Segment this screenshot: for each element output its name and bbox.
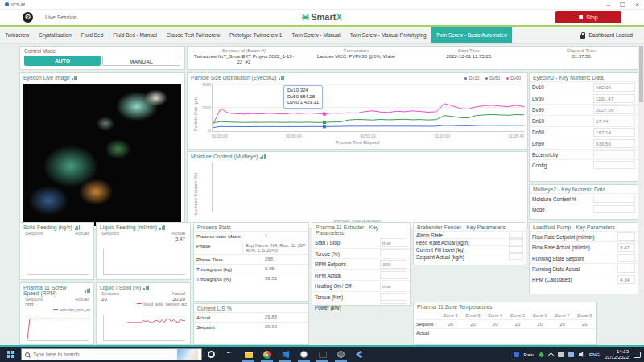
dv90-row: Dv902027.09 bbox=[530, 104, 638, 115]
multieye2-key-data-title: Multieye2 - Key Numeric Data bbox=[530, 185, 638, 193]
logo-text-smart: Smart bbox=[311, 12, 336, 22]
start-button[interactable] bbox=[0, 347, 21, 362]
eyecon2-key-data-panel: Eyecon2 - Key Numeric Data Dv10482.04 Dv… bbox=[529, 72, 638, 182]
screw-speed-chart[interactable] bbox=[27, 315, 89, 341]
tab-crystallisation[interactable]: Crystallisation bbox=[34, 27, 76, 43]
smartx-logo-icon bbox=[302, 13, 309, 23]
flag-icon[interactable] bbox=[221, 347, 239, 362]
setpoint-actual-row: Setpoint Actual (kg/h) bbox=[414, 253, 526, 260]
screw-speed-title: Pharma 11 Screw Speed (RPM) bbox=[23, 285, 83, 296]
throughput-kg-row: Throughput (kg)0.35 bbox=[194, 264, 308, 274]
liquid-feeding-actual: 3.47 bbox=[175, 236, 185, 241]
app-icon bbox=[5, 2, 9, 6]
dn50-row: Dn50167.14 bbox=[530, 126, 638, 138]
solid-feeding-chart[interactable] bbox=[27, 249, 89, 275]
minimize-button[interactable]: – bbox=[606, 1, 609, 9]
scrollbar-thumb[interactable] bbox=[639, 46, 643, 102]
zone-temps-panel: Pharma 11 Zone Temperatures Zone 2Zone 3… bbox=[413, 302, 597, 345]
dv10-legend-icon bbox=[464, 77, 467, 80]
close-button[interactable]: × bbox=[635, 1, 639, 9]
language-indicator[interactable]: ENG bbox=[589, 352, 600, 357]
tab-fluid-bed-manual[interactable]: Fluid Bed - Manual bbox=[108, 27, 162, 43]
torque-pct-row: Torque (%) bbox=[312, 248, 410, 258]
fill-level-row: Current Fill Level (kg) bbox=[414, 245, 526, 253]
hidden-icons-chevron-icon[interactable] bbox=[548, 352, 554, 358]
chrome-icon[interactable] bbox=[258, 347, 276, 362]
running-state-setpoint-row: Running State Setpoint bbox=[530, 253, 638, 263]
psd-chart[interactable]: 4000 2000 0 Dv10 324 Dv50 684.28 Dv90 1,… bbox=[212, 84, 524, 132]
tray-app-icon[interactable] bbox=[558, 352, 564, 357]
tab-twin-screw-manual[interactable]: Twin Screw - Manual bbox=[287, 27, 345, 43]
chart-icon bbox=[72, 76, 78, 80]
vscode-icon[interactable] bbox=[276, 347, 295, 362]
running-state-actual-row: Running State Actual bbox=[530, 263, 638, 274]
lock-icon bbox=[580, 35, 585, 39]
tab-twin-screw-manual-prototyping[interactable]: Twin Screw - Manual Prototyping bbox=[345, 27, 431, 43]
elapsed-time-field: Elapsed Time 01:37:56 bbox=[525, 47, 638, 69]
dashboard-locked-toggle[interactable]: Dashboard Locked bbox=[580, 27, 644, 43]
eyecon-live-image bbox=[23, 84, 181, 226]
stop-square-icon bbox=[579, 15, 583, 19]
heating-row: Heating On / Offtrue bbox=[312, 280, 410, 291]
current-ls-setpoint-row: Setpoint29.90 bbox=[194, 322, 308, 331]
rpm-calculated-row: RPM (Calculated)4.34 bbox=[530, 274, 638, 285]
tab-prototype-twinscrew-1[interactable]: Prototype Twinscrew 1 bbox=[225, 27, 287, 43]
eccentricity-row: Eccentricity bbox=[530, 149, 638, 159]
network-icon[interactable] bbox=[568, 352, 574, 357]
windows-logo-icon bbox=[7, 351, 14, 358]
weather-label[interactable]: Rain bbox=[524, 352, 534, 357]
browser-ring-icon[interactable] bbox=[202, 347, 221, 362]
psd-tooltip: Dv10 324 Dv50 684.28 Dv90 1,429.31 bbox=[283, 85, 323, 109]
photos-app-icon[interactable] bbox=[313, 347, 332, 362]
auto-mode-button[interactable]: AUTO bbox=[24, 56, 101, 66]
taskbar-clock[interactable]: 14:13 01/12/2022 bbox=[605, 349, 629, 360]
weather-thumbnail bbox=[177, 349, 198, 360]
weather-icon[interactable] bbox=[514, 352, 519, 357]
start-time-field: Start Time 2022-12-01 12:35:25 bbox=[413, 47, 526, 69]
session-info-panel: Session Id (Batch #) Twinscrew IIoT_Smar… bbox=[187, 46, 638, 70]
tab-claude-test-twinscrew[interactable]: Claude Test Twinscrew bbox=[162, 27, 225, 43]
torque-nm-row: Torque (Nm) bbox=[312, 291, 410, 302]
psd-legend: Dv10 Dv50 Dv90 bbox=[464, 76, 521, 80]
extruder-title: Pharma 11 Extruder - Key Parameters bbox=[312, 223, 410, 237]
liquid-solid-chart[interactable] bbox=[103, 315, 185, 341]
liquid-solid-title: Liquid / Solid (%) bbox=[100, 285, 141, 290]
taskbar-apps bbox=[202, 347, 369, 362]
window-titlebar: ICS-M – ▢ × bbox=[0, 0, 644, 10]
moisture-chart[interactable] bbox=[212, 162, 524, 212]
control-mode-label: Control Mode bbox=[20, 47, 184, 55]
taskbar-search[interactable] bbox=[21, 348, 202, 360]
tab-twinscrew[interactable]: Twinscrew bbox=[0, 27, 34, 43]
file-explorer-icon[interactable] bbox=[239, 347, 258, 362]
current-ls-panel: Current L/S % Actual29.88 Setpoint29.90 bbox=[193, 303, 309, 345]
extruder-panel: Pharma 11 Extruder - Key Parameters Star… bbox=[312, 222, 411, 306]
obs-icon[interactable] bbox=[332, 347, 350, 362]
notification-center-icon[interactable] bbox=[634, 352, 641, 358]
mode-row: Mode bbox=[530, 204, 638, 214]
chart-icon bbox=[75, 225, 80, 230]
search-input[interactable] bbox=[33, 352, 154, 357]
config-row: Config bbox=[530, 159, 638, 170]
dashboard-tab-bar: Twinscrew Crystallisation Fluid Bed Flui… bbox=[0, 27, 644, 44]
visual-studio-icon[interactable] bbox=[350, 347, 369, 362]
control-mode-panel: Control Mode AUTO MANUAL bbox=[19, 46, 185, 70]
process-state-matrix-row: Process state Matrix1 bbox=[194, 231, 308, 241]
vertical-scrollbar[interactable] bbox=[639, 46, 643, 343]
manual-mode-button[interactable]: MANUAL bbox=[102, 56, 180, 66]
liquid-feeding-panel: Liquid Feeding (ml/min) SetpointActual 3… bbox=[96, 222, 191, 280]
clock-app-icon[interactable] bbox=[295, 347, 313, 362]
liquid-feeding-title: Liquid Feeding (ml/min) bbox=[100, 224, 157, 230]
maximize-button[interactable]: ▢ bbox=[620, 1, 626, 9]
leaf-icon[interactable] bbox=[539, 352, 544, 357]
chart-icon bbox=[159, 225, 165, 230]
stop-button[interactable]: Stop bbox=[555, 11, 621, 23]
solid-feeding-panel: Solid Feeding (kg/h) SetpointActual bbox=[19, 222, 94, 280]
phase-time-row: Phase Time268 bbox=[194, 254, 308, 264]
tab-twin-screw-basic-automated[interactable]: Twin Screw - Basic Automated bbox=[431, 27, 512, 43]
solid-feeding-title: Solid Feeding (kg/h) bbox=[23, 224, 72, 230]
tab-fluid-bed[interactable]: Fluid Bed bbox=[76, 27, 108, 43]
process-stats-title: Process Stats bbox=[194, 223, 308, 231]
volume-icon[interactable] bbox=[579, 352, 584, 357]
liquid-feeding-chart[interactable] bbox=[103, 249, 185, 275]
moisture-panel: Moisture Content (Multieye) Moisture Con… bbox=[187, 151, 528, 228]
